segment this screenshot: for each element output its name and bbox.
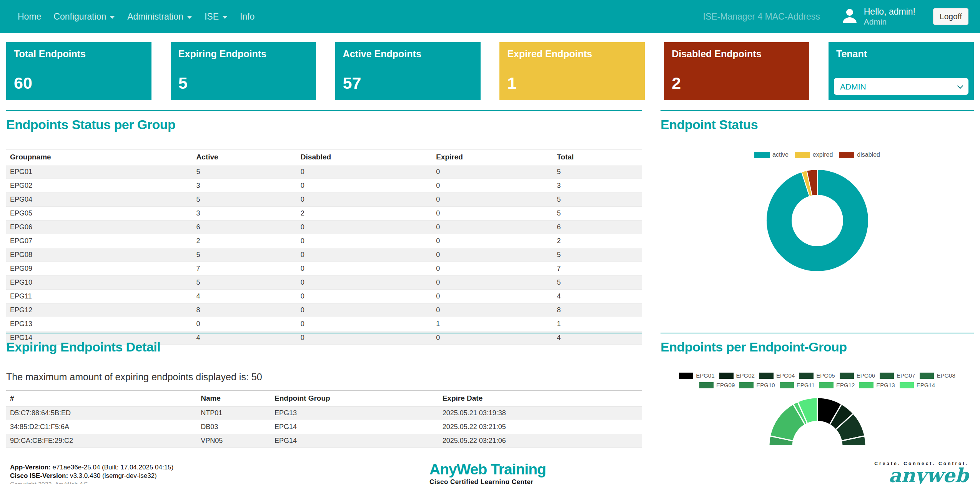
legend-item-epg02[interactable]: EPG02 (719, 372, 755, 379)
endpoint-status-donut-chart (752, 163, 883, 278)
legend-item-epg11[interactable]: EPG11 (780, 382, 815, 388)
card-title: Total Endpoints (14, 48, 144, 60)
legend-swatch (799, 373, 814, 379)
expiring-endpoints-table: #NameEndpoint GroupExpire Date D5:C7:88:… (6, 390, 642, 448)
legend-item-epg06[interactable]: EPG06 (840, 372, 875, 379)
section-title-endpoints-status-per-group: Endpoints Status per Group (6, 117, 642, 132)
legend-item-epg08[interactable]: EPG08 (920, 372, 955, 379)
table-cell: 3 (193, 179, 297, 193)
legend-item-epg12[interactable]: EPG12 (819, 382, 855, 388)
user-role: Admin (864, 17, 915, 27)
legend-item-epg09[interactable]: EPG09 (699, 382, 735, 388)
table-cell: 0 (297, 262, 432, 276)
navbar-right: ISE-Manager 4 MAC-Address Hello, admin! … (703, 6, 968, 27)
table-cell: 0 (432, 276, 553, 290)
legend-swatch (859, 382, 874, 388)
legend-item-active[interactable]: active (754, 151, 789, 158)
table-cell: EPG09 (6, 262, 193, 276)
section-title-expiring-endpoints-detail: Expiring Endpoints Detail (6, 340, 642, 355)
table-cell: EPG11 (6, 290, 193, 303)
legend-swatch (880, 373, 894, 379)
table-cell: 4 (193, 290, 297, 303)
table-cell: 0 (297, 179, 432, 193)
chevron-down-icon (187, 16, 192, 19)
column-header-total: Total (553, 149, 642, 165)
table-cell: 2 (297, 207, 432, 220)
copyright-text: Copyright 2023, AnyWeb AG (10, 481, 173, 484)
legend-item-epg05[interactable]: EPG05 (799, 372, 835, 379)
card-title: Disabled Endpoints (672, 48, 802, 60)
legend-item-epg07[interactable]: EPG07 (880, 372, 915, 379)
legend-item-epg04[interactable]: EPG04 (759, 372, 795, 379)
table-row: EPG085005 (6, 248, 642, 262)
logoff-button[interactable]: Logoff (933, 8, 968, 25)
table-cell: 5 (553, 276, 642, 290)
legend-label: EPG09 (716, 382, 735, 388)
nav-item-label: Home (18, 12, 41, 22)
table-cell: 0 (297, 248, 432, 262)
nav-item-label: Info (240, 12, 255, 22)
tenant-select-wrapper: ADMIN (834, 78, 968, 95)
table-row: EPG114004 (6, 290, 642, 303)
table-cell: 5 (553, 207, 642, 220)
legend-swatch (900, 382, 914, 388)
greeting-text: Hello, admin! (864, 6, 915, 17)
legend-label: EPG06 (857, 372, 875, 379)
legend-label: EPG11 (797, 382, 815, 388)
card-title: Expiring Endpoints (178, 48, 308, 60)
legend-label: EPG13 (876, 382, 895, 388)
table-cell: 0 (297, 303, 432, 317)
nav-item-administration[interactable]: Administration (121, 7, 198, 27)
column-header-name: Name (197, 391, 271, 406)
nav-item-label: Configuration (53, 12, 106, 22)
legend-item-epg13[interactable]: EPG13 (859, 382, 895, 388)
legend-swatch (780, 382, 794, 388)
nav-item-home[interactable]: Home (12, 7, 47, 27)
endpoint-status-legend: activeexpireddisabled (661, 151, 974, 158)
legend-swatch (679, 373, 693, 379)
table-row: EPG066006 (6, 220, 642, 234)
table-cell: 9D:CA:CB:FE:29:C2 (6, 434, 197, 448)
nav-item-ise[interactable]: ISE (198, 7, 234, 27)
legend-label: EPG04 (776, 372, 795, 379)
table-cell: EPG08 (6, 248, 193, 262)
nav-item-info[interactable]: Info (234, 7, 261, 27)
table-cell: NTP01 (197, 406, 271, 420)
tenant-select[interactable]: ADMIN (834, 78, 968, 95)
table-cell: 2025.05.22 03:21:06 (439, 434, 642, 448)
legend-item-disabled[interactable]: disabled (839, 151, 880, 158)
section-endpoints-status-per-group: Endpoints Status per Group GroupnameActi… (6, 110, 642, 333)
table-cell: 5 (193, 248, 297, 262)
table-cell: EPG02 (6, 179, 193, 193)
chevron-down-icon (222, 16, 228, 19)
stat-cards-row: Total Endpoints60Expiring Endpoints5Acti… (0, 42, 980, 100)
legend-item-epg10[interactable]: EPG10 (739, 382, 775, 388)
column-header-expire-date: Expire Date (439, 391, 642, 406)
table-cell: EPG13 (271, 406, 439, 420)
table-cell: 0 (432, 179, 553, 193)
table-cell: D5:C7:88:64:5B:ED (6, 406, 197, 420)
legend-item-epg14[interactable]: EPG14 (900, 382, 935, 388)
table-cell: 4 (553, 290, 642, 303)
legend-item-expired[interactable]: expired (795, 151, 833, 158)
table-cell: EPG14 (271, 434, 439, 448)
legend-label: disabled (857, 151, 880, 158)
table-cell: 5 (193, 165, 297, 179)
table-cell: 0 (297, 290, 432, 303)
card-title: Active Endpoints (343, 48, 473, 60)
legend-label: active (772, 151, 789, 158)
table-cell: EPG14 (271, 420, 439, 434)
legend-swatch (839, 152, 854, 158)
legend-swatch (739, 382, 754, 388)
endpoints-per-group-legend: EPG01EPG02EPG04EPG05EPG06EPG07EPG08EPG09… (667, 372, 967, 388)
table-row: EPG128008 (6, 303, 642, 317)
legend-swatch (719, 373, 734, 379)
card-tenant: TenantADMIN (829, 42, 974, 100)
page-footer: App-Version: e71ae36e-25.04 (Built: 17.0… (0, 460, 980, 484)
table-cell: DB03 (197, 420, 271, 434)
table-row: EPG045005 (6, 193, 642, 207)
nav-item-configuration[interactable]: Configuration (47, 7, 121, 27)
table-header-row: GroupnameActiveDisabledExpiredTotal (6, 149, 642, 165)
legend-item-epg01[interactable]: EPG01 (679, 372, 714, 379)
group-status-table: GroupnameActiveDisabledExpiredTotal EPG0… (6, 149, 642, 345)
